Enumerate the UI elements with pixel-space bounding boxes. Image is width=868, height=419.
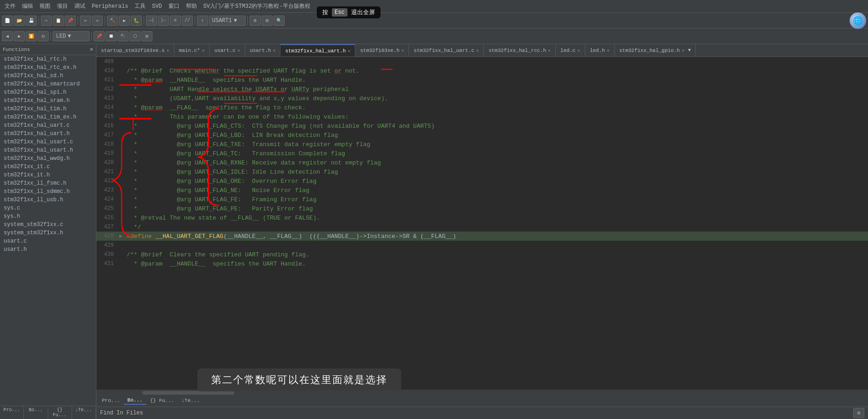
sidebar-item-1[interactable]: stm32f1xx_hal_rtc_ex.h — [0, 63, 96, 72]
tab-10[interactable]: stm32f1xx_hal_gpio.h ✕ ▼ — [615, 44, 696, 57]
sidebar-item-16[interactable]: stm32f1xx_ll_sdmmc.h — [0, 187, 96, 196]
sidebar-item-15[interactable]: stm32f1xx_ll_fsmc.h — [0, 179, 96, 187]
tab-close-2[interactable]: ✕ — [237, 48, 240, 53]
outdent-btn[interactable]: |← — [158, 16, 169, 26]
tab-close-7[interactable]: ✕ — [548, 48, 551, 53]
power-btn[interactable]: 🔌 — [118, 31, 129, 41]
sidebar-item-2[interactable]: stm32f1xx_hal_sd.h — [0, 72, 96, 80]
menu-help[interactable]: 帮助 — [183, 1, 200, 11]
tb2-btn1[interactable]: ◀ — [2, 31, 13, 41]
tab-4[interactable]: stm32f1xx_hal_uart.h ✕ — [280, 44, 355, 57]
chip-btn[interactable]: 🔲 — [106, 31, 117, 41]
esc-key[interactable]: Esc — [332, 8, 347, 17]
menu-debug[interactable]: 调试 — [72, 1, 88, 11]
menu-tools[interactable]: 工具 — [132, 1, 148, 11]
tab-5[interactable]: stm32f103xe.h ✕ — [355, 44, 409, 57]
tab-0[interactable]: startup_stm32f103xe.s ✕ — [96, 44, 174, 57]
indent-btn[interactable]: →| — [146, 16, 157, 26]
sidebar-item-7[interactable]: stm32f1xx_hal_tim_ex.h — [0, 113, 96, 121]
sidebar-item-14[interactable]: stm32f1xx_it.h — [0, 171, 96, 179]
tab-9[interactable]: led.h ✕ — [585, 44, 615, 57]
sidebar-item-10[interactable]: stm32f1xx_hal_usart.c — [0, 138, 96, 146]
tab-2[interactable]: usart.c ✕ — [210, 44, 245, 57]
tb2-btn3[interactable]: ⏫ — [26, 31, 37, 41]
tab-close-8[interactable]: ✕ — [577, 48, 580, 53]
tab-6[interactable]: stm32f1xx_hal_uart.c ✕ — [409, 44, 484, 57]
tab-close-4[interactable]: ✕ — [347, 48, 350, 54]
tab-close-6[interactable]: ✕ — [476, 48, 479, 53]
save-btn[interactable]: 💾 — [26, 16, 37, 26]
tab-close-0[interactable]: ✕ — [167, 48, 169, 53]
table-btn[interactable]: ⊞ — [141, 31, 152, 41]
sidebar-item-6[interactable]: stm32f1xx_hal_tim.h — [0, 105, 96, 113]
code-scroll[interactable]: 409 410 /** @brief Checks whether the sp… — [96, 57, 868, 394]
tab-close-10[interactable]: ✕ — [682, 48, 684, 53]
menu-window[interactable]: 窗口 — [166, 1, 182, 11]
sidebar-item-17[interactable]: stm32f1xx_ll_usb.h — [0, 196, 96, 204]
menu-file[interactable]: 文件 — [2, 1, 18, 11]
sidebar-item-5[interactable]: stm32f1xx_hal_sram.h — [0, 96, 96, 105]
tab-7[interactable]: stm32f1xx_hal_rcc.h ✕ — [484, 44, 555, 57]
debug-btn[interactable]: 🐛 — [131, 16, 142, 26]
sidebar-item-21[interactable]: system_stm32f1xx.h — [0, 229, 96, 237]
bottom-tab-pro[interactable]: Pro... — [98, 397, 124, 404]
tab-3[interactable]: usart.h ✕ — [245, 44, 280, 57]
find-expand-btn[interactable]: ⊞ — [853, 408, 864, 418]
sidebar-item-18[interactable]: sys.c — [0, 204, 96, 212]
sidebar-item-19[interactable]: sys.h — [0, 212, 96, 221]
bottom-tab-bo[interactable]: Bo... — [124, 396, 146, 405]
search2-btn[interactable]: 🔍 — [274, 16, 285, 26]
paste-btn[interactable]: 📌 — [65, 16, 76, 26]
open-btn[interactable]: 📂 — [14, 16, 25, 26]
copy-btn[interactable]: 📋 — [53, 16, 64, 26]
comment-btn[interactable]: // — [182, 16, 193, 26]
sidebar-collapse-btn[interactable]: ✕ — [90, 46, 93, 53]
sidebar-item-12[interactable]: stm32f1xx_hal_wwdg.h — [0, 154, 96, 163]
tab-close-5[interactable]: ✕ — [401, 48, 404, 53]
bottom-tab-te[interactable]: ↓Te... — [178, 397, 203, 404]
cut-btn[interactable]: ✂ — [41, 16, 52, 26]
sidebar-item-3[interactable]: stm32f1xx_hal_smartcard — [0, 80, 96, 88]
bottom-tab-fu[interactable]: {} Fu... — [146, 397, 178, 404]
settings-btn[interactable]: ⚙ — [250, 16, 261, 26]
hex-btn[interactable]: ⬡ — [129, 31, 140, 41]
sidebar-item-4[interactable]: stm32f1xx_hal_spi.h — [0, 88, 96, 96]
redo-btn[interactable]: ↪ — [92, 16, 103, 26]
sidebar-tab-bo[interactable]: Bo... — [24, 406, 48, 419]
sidebar-tab-pro[interactable]: Pro... — [0, 406, 24, 419]
tab-1[interactable]: main.c* ✕ — [174, 44, 210, 57]
tb2-btn4[interactable]: ⊡ — [38, 31, 49, 41]
sidebar-item-8[interactable]: stm32f1xx_hal_uart.c — [0, 121, 96, 130]
led-dropdown[interactable]: LED ▼ — [53, 31, 90, 41]
sidebar-item-13[interactable]: stm32f1xx_it.c — [0, 163, 96, 171]
tab-8[interactable]: led.c ✕ — [556, 44, 585, 57]
usart-dropdown[interactable]: USART1 ▼ — [209, 16, 246, 26]
build-btn[interactable]: 🔨 — [107, 16, 118, 26]
undo-btn[interactable]: ↩ — [80, 16, 91, 26]
tab-close-3[interactable]: ✕ — [273, 48, 275, 53]
sidebar-tab-fu[interactable]: {} Fu... — [48, 406, 72, 419]
pin-btn[interactable]: 📌 — [94, 31, 105, 41]
format-btn[interactable]: ≡ — [170, 16, 181, 26]
menu-peripherals[interactable]: Peripherals — [89, 2, 131, 11]
tab-close-1[interactable]: ✕ — [202, 48, 205, 53]
sidebar-item-22[interactable]: usart.c — [0, 237, 96, 245]
scrollbar-thumb[interactable] — [142, 391, 234, 395]
menu-project[interactable]: 项目 — [54, 1, 71, 11]
grid-btn[interactable]: ⊞ — [262, 16, 273, 26]
sidebar-tab-te[interactable]: ↓Te... — [72, 406, 96, 419]
tab-close-9[interactable]: ✕ — [607, 48, 610, 53]
sidebar-item-9[interactable]: stm32f1xx_hal_uart.h — [0, 130, 96, 138]
menu-view[interactable]: 视图 — [37, 1, 53, 11]
sidebar-item-11[interactable]: stm32f1xx_hal_usart.h — [0, 146, 96, 154]
sidebar-item-23[interactable]: usart.h — [0, 245, 96, 254]
tb2-btn2[interactable]: ▶ — [14, 31, 25, 41]
menu-svd[interactable]: SVD — [149, 2, 165, 11]
new-file-btn[interactable]: 📄 — [2, 16, 13, 26]
flash-btn[interactable]: ⚡ — [197, 16, 208, 26]
run-btn[interactable]: ▶ — [119, 16, 130, 26]
sidebar-item-20[interactable]: system_stm32f1xx.c — [0, 221, 96, 229]
menu-edit[interactable]: 编辑 — [19, 1, 36, 11]
sidebar-item-0[interactable]: stm32f1xx_hal_rtc.h — [0, 55, 96, 63]
menu-tutorial[interactable]: SV入门/基于STM32的学习教程-平台版教程 — [201, 1, 313, 11]
